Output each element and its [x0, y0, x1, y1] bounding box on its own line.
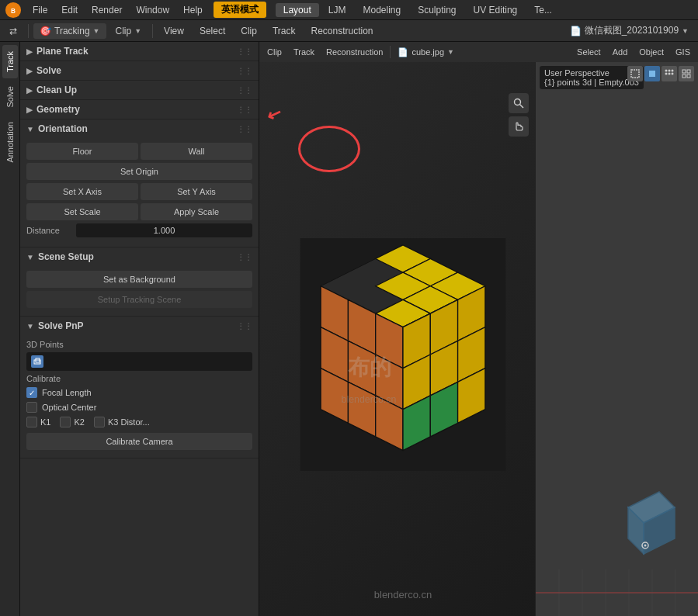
focal-length-checkmark: ✓ [29, 389, 35, 397]
solve-pnp-header[interactable]: ▼ Solve PnP ⋮⋮ [20, 317, 259, 335]
active-mode-icon[interactable] [644, 66, 660, 81]
optical-center-checkbox[interactable] [26, 402, 37, 413]
clip-dropdown-btn[interactable]: Clip ▼ [109, 23, 148, 39]
selection-info: {1} points 3d | Empty.003 [544, 78, 639, 87]
set-origin-btn[interactable]: Set Origin [26, 163, 252, 180]
svg-rect-46 [687, 70, 690, 73]
rubiks-cube-svg: 布的 blenderco.cn [286, 238, 519, 471]
solve-label: Solve [36, 65, 61, 76]
solve-header[interactable]: ▶ Solve ⋮⋮ [20, 61, 259, 80]
tab-more[interactable]: Te... [526, 3, 560, 17]
side-tab-track[interactable]: Track [2, 45, 18, 78]
side-tabs: Track Solve Annotation [0, 42, 20, 616]
vp-gis-btn[interactable]: GIS [671, 46, 695, 58]
svg-rect-45 [682, 70, 686, 73]
tab-modeling[interactable]: Modeling [355, 3, 408, 17]
select-menu-btn[interactable]: Select [193, 23, 231, 39]
blender-logo-icon[interactable]: B [5, 2, 22, 19]
svg-rect-48 [687, 74, 690, 78]
k1-k2-k3-row: K1 K2 K3 Distor... [26, 416, 252, 428]
transform-icon: ⇄ [9, 26, 17, 36]
cleanup-header[interactable]: ▶ Clean Up ⋮⋮ [20, 81, 259, 99]
distance-input[interactable] [76, 223, 252, 237]
plane-track-header[interactable]: ▶ Plane Track ⋮⋮ [20, 42, 259, 61]
tab-sculpting[interactable]: Sculpting [410, 3, 464, 17]
plane-track-label: Plane Track [36, 46, 89, 57]
geometry-toggle-icon: ▶ [26, 106, 33, 114]
set-y-axis-btn[interactable]: Set Y Axis [141, 183, 252, 200]
window-menu[interactable]: Window [130, 3, 175, 17]
tab-layout[interactable]: Layout [276, 3, 319, 17]
orientation-section: ▼ Orientation ⋮⋮ Floor Wall Set Origin S… [20, 119, 259, 247]
viewport-gizmos [627, 66, 694, 81]
calibrate-label: Calibrate [26, 374, 73, 383]
vp-track-btn[interactable]: Track [289, 46, 319, 58]
vp-reconstruction-btn[interactable]: Reconstruction [321, 46, 387, 58]
file-menu[interactable]: File [26, 3, 54, 17]
side-tab-annotation[interactable]: Annotation [2, 116, 18, 169]
tab-uv-editing[interactable]: UV Editing [466, 3, 526, 17]
file-btn[interactable]: 📄 微信截图_2023101909 ▼ [564, 22, 695, 40]
vp-object-btn[interactable]: Object [634, 46, 668, 58]
search-icon-btn[interactable] [509, 93, 529, 113]
orientation-header[interactable]: ▼ Orientation ⋮⋮ [20, 119, 259, 138]
second-toolbar: ⇄ 🎯 Tracking ▼ Clip ▼ View Select Clip T… [0, 20, 698, 42]
reconstruction-menu-btn[interactable]: Reconstruction [304, 23, 379, 39]
grid-icon[interactable] [679, 66, 694, 81]
wall-btn[interactable]: Wall [141, 143, 252, 160]
render-menu[interactable]: Render [85, 3, 128, 17]
points-3d-field[interactable] [26, 352, 252, 371]
k1-checkbox[interactable] [26, 417, 37, 427]
focal-length-checkbox[interactable]: ✓ [26, 387, 37, 398]
vp-add-btn[interactable]: Add [608, 46, 633, 58]
dots-icon[interactable] [662, 66, 677, 81]
set-origin-row: Set Origin [26, 163, 252, 180]
file-dropdown-icon: 📄 [398, 47, 408, 57]
orientation-drag: ⋮⋮ [237, 125, 252, 133]
vp-clip-btn[interactable]: Clip [262, 46, 286, 58]
edit-menu[interactable]: Edit [55, 3, 84, 17]
track-menu-btn[interactable]: Track [266, 23, 302, 39]
set-x-axis-btn[interactable]: Set X Axis [26, 183, 138, 200]
setup-tracking-scene-btn[interactable]: Setup Tracking Scene [26, 291, 252, 308]
geometry-drag: ⋮⋮ [237, 106, 252, 114]
set-scale-btn[interactable]: Set Scale [26, 203, 138, 220]
clip-menu-btn[interactable]: Clip [234, 23, 263, 39]
clip-dropdown-arrow: ▼ [134, 27, 141, 35]
geometry-header[interactable]: ▶ Geometry ⋮⋮ [20, 100, 259, 119]
solve-toggle-icon: ▶ [26, 67, 33, 75]
focal-length-row: ✓ Focal Length [26, 386, 252, 399]
k2-checkbox[interactable] [60, 417, 71, 427]
language-mode-btn[interactable]: 英语模式 [214, 2, 266, 18]
floor-btn[interactable]: Floor [26, 143, 138, 160]
tracking-dropdown-arrow: ▼ [93, 27, 100, 35]
file-dropdown-chevron: ▼ [447, 48, 454, 56]
transform-btn[interactable]: ⇄ [3, 23, 23, 39]
clip-label: Clip [116, 26, 132, 36]
vp-divider-1 [390, 46, 391, 58]
side-tab-solve[interactable]: Solve [2, 80, 18, 114]
file-dropdown-btn[interactable]: 📄 cube.jpg ▼ [393, 46, 459, 59]
apply-scale-btn[interactable]: Apply Scale [141, 203, 252, 220]
svg-point-42 [665, 73, 668, 75]
hand-icon-btn[interactable] [509, 116, 529, 137]
right-3d-viewport[interactable]: User Perspective {1} points 3d | Empty.0… [535, 62, 698, 616]
points-3d-label: 3D Points [26, 340, 73, 349]
scene-setup-header[interactable]: ▼ Scene Setup ⋮⋮ [20, 247, 259, 266]
set-as-background-btn[interactable]: Set as Background [26, 271, 252, 288]
tab-ljm[interactable]: LJM [321, 3, 354, 17]
viewport-3d[interactable]: 布的 blenderco.cn blenderco.cn User Perspe… [259, 62, 698, 616]
3d-cube-preview [613, 476, 690, 569]
select-box-icon[interactable] [627, 66, 643, 81]
help-menu[interactable]: Help [177, 3, 209, 17]
grid-lines [536, 569, 698, 616]
scale-row: Set Scale Apply Scale [26, 203, 252, 220]
viewport-inner-toolbar: Clip Track Reconstruction 📄 cube.jpg ▼ S… [259, 42, 698, 62]
calibrate-camera-btn[interactable]: Calibrate Camera [26, 433, 252, 450]
view-menu-btn[interactable]: View [158, 23, 190, 39]
svg-point-40 [668, 70, 671, 72]
tracking-dropdown-btn[interactable]: 🎯 Tracking ▼ [33, 23, 106, 39]
vp-select-btn[interactable]: Select [572, 46, 606, 58]
left-panel: ▶ Plane Track ⋮⋮ ▶ Solve ⋮⋮ ▶ Clean Up ⋮… [20, 42, 259, 616]
k3-checkbox[interactable] [94, 417, 105, 427]
